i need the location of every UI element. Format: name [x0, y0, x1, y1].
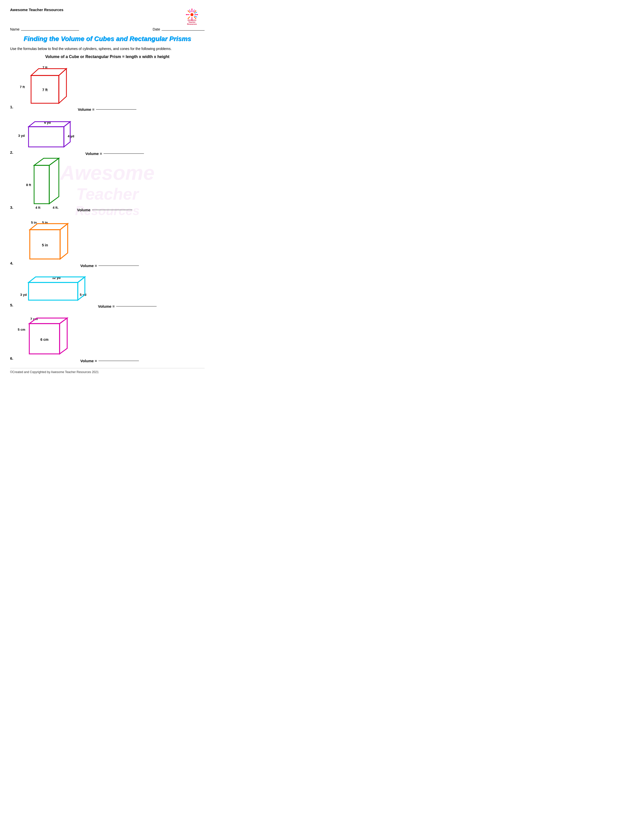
svg-text:5 cm: 5 cm: [18, 328, 25, 331]
page-title: Finding the Volume of Cubes and Rectangu…: [10, 35, 204, 43]
date-field: Date: [153, 27, 204, 31]
svg-text:4 ft.: 4 ft.: [53, 206, 58, 209]
date-label: Date: [153, 27, 160, 31]
shape-6: 7 cm 5 cm 6 cm: [17, 315, 70, 363]
footer: ©Created and Copyrighted by Awesome Teac…: [10, 368, 204, 374]
svg-marker-32: [29, 127, 64, 147]
svg-marker-40: [34, 158, 59, 165]
formula-bar: Volume of a Cube or Rectangular Prism = …: [10, 55, 204, 59]
volume-4: Volume =: [80, 264, 139, 268]
problem-6: 6. 7 cm 5 cm 6 cm Volume =: [10, 315, 204, 363]
problem-5: 5. 12 yd 3 yd 5 yd Volume =: [10, 275, 204, 309]
name-line[interactable]: [21, 30, 79, 31]
problem-2-number: 2.: [10, 150, 13, 154]
shape-3: 8 ft 4 ft 4 ft.: [24, 156, 67, 212]
problem-6-number: 6.: [10, 356, 13, 360]
svg-text:5 in: 5 in: [42, 243, 48, 247]
page-header: Awesome Teacher Resources: [10, 8, 204, 25]
problem-1: 1. 7 ft 7 ft 7 ft Volume =: [10, 64, 204, 112]
volume-2-line[interactable]: [103, 153, 144, 154]
name-date-row: Name Date: [10, 27, 204, 31]
svg-point-12: [190, 13, 193, 16]
svg-marker-53: [78, 277, 85, 300]
svg-line-11: [195, 16, 197, 17]
svg-text:3 yd: 3 yd: [18, 134, 25, 138]
volume-1: Volume =: [78, 107, 136, 112]
svg-marker-46: [60, 224, 68, 259]
svg-text:7 ft: 7 ft: [20, 85, 25, 89]
volume-4-line[interactable]: [98, 265, 139, 266]
svg-text:3 yd: 3 yd: [20, 293, 27, 297]
svg-line-8: [189, 10, 191, 12]
svg-text:4 ft: 4 ft: [35, 206, 40, 209]
volume-3-line[interactable]: [92, 210, 132, 210]
problem-1-number: 1.: [10, 105, 13, 109]
svg-point-15: [186, 14, 187, 15]
svg-point-16: [197, 14, 198, 15]
svg-marker-39: [34, 165, 49, 204]
shape-4: 5 in 5 in 5 in: [17, 219, 70, 268]
svg-line-9: [193, 10, 195, 12]
date-line[interactable]: [162, 30, 204, 31]
shape-2: 6 yd 3 yd 4 yd: [17, 120, 75, 156]
name-label: Name: [10, 27, 19, 31]
shape-5: 12 yd 3 yd 5 yd: [17, 275, 88, 309]
svg-text:Resources: Resources: [187, 23, 197, 25]
svg-text:5 in: 5 in: [31, 220, 37, 224]
shape-1: 7 ft 7 ft 7 ft: [17, 64, 68, 112]
svg-text:7 ft: 7 ft: [42, 88, 48, 92]
svg-marker-27: [31, 69, 66, 76]
instructions: Use the formulas below to find the volum…: [10, 46, 204, 51]
svg-marker-28: [59, 69, 66, 103]
problem-5-number: 5.: [10, 303, 13, 307]
problem-3-number: 3.: [10, 205, 13, 209]
svg-marker-51: [29, 283, 78, 300]
logo: Awesome Teacher Resources: [182, 8, 204, 25]
svg-text:6 cm: 6 cm: [40, 338, 48, 341]
name-field: Name: [10, 27, 79, 31]
svg-text:8 ft: 8 ft: [26, 183, 31, 187]
svg-marker-41: [49, 158, 59, 204]
svg-text:4 yd: 4 yd: [68, 134, 74, 138]
svg-marker-58: [60, 318, 67, 354]
problem-3: 3. 8 ft 4 ft 4 ft. Volume: [10, 156, 204, 212]
svg-point-19: [195, 10, 196, 11]
svg-point-17: [188, 10, 188, 11]
volume-6: Volume =: [80, 359, 139, 363]
svg-text:6 yd: 6 yd: [44, 121, 51, 124]
problem-2: 2. 6 yd 3 yd 4 yd Volume =: [10, 117, 204, 156]
volume-2: Volume =: [85, 151, 144, 156]
volume-3: Volume: [77, 208, 132, 212]
brand-name: Awesome Teacher Resources: [10, 8, 63, 12]
svg-marker-45: [30, 224, 68, 230]
svg-line-10: [195, 12, 197, 13]
problem-4: 4. 5 in 5 in 5 in Volume =: [10, 219, 204, 268]
volume-5: Volume =: [98, 304, 156, 309]
problem-4-number: 4.: [10, 261, 13, 265]
svg-point-13: [192, 9, 192, 10]
